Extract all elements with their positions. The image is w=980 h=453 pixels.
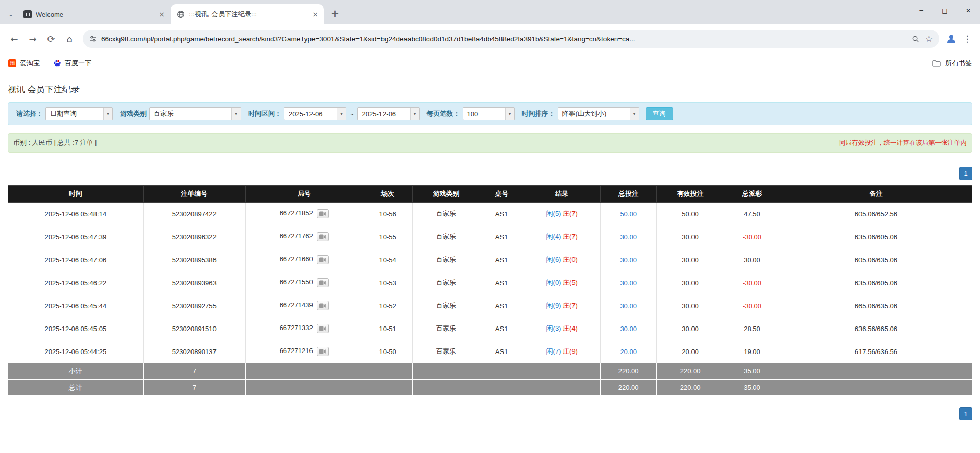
valid-bet-cell: 30.00 — [656, 225, 724, 248]
result-player: 闲(7) — [546, 347, 561, 355]
total-bet-link[interactable]: 30.00 — [620, 302, 637, 310]
forward-icon[interactable]: → — [23, 30, 42, 48]
video-replay-icon[interactable] — [317, 278, 329, 287]
total-empty — [780, 380, 972, 396]
table-no-cell: AS1 — [480, 294, 523, 317]
header-round: 局号 — [245, 186, 363, 203]
range-separator: ~ — [350, 110, 354, 118]
per-page-select[interactable]: 100 ▾ — [463, 107, 515, 120]
close-tab-icon[interactable]: × — [310, 10, 320, 19]
round-number: 667271852 — [280, 209, 313, 217]
back-icon[interactable]: ← — [5, 30, 23, 48]
tab-bet-record[interactable]: :::视讯, 会员下注纪录::: × — [171, 4, 324, 24]
bet-row: 2025-12-06 05:44:25523020890137667271216… — [8, 340, 972, 363]
bet-time-cell: 2025-12-06 05:48:14 — [8, 203, 144, 225]
payout-cell: 28.50 — [724, 317, 780, 340]
selected-value: 100 — [463, 108, 505, 120]
total-bet-link[interactable]: 30.00 — [620, 325, 637, 333]
note-cell: 617.56/636.56 — [780, 340, 972, 363]
valid-bet-cell: 30.00 — [656, 317, 724, 340]
video-replay-icon[interactable] — [317, 255, 329, 264]
bookmark-baidu[interactable]: 百度一下 — [53, 59, 91, 68]
selected-value: 百家乐 — [150, 108, 231, 120]
total-bet-link[interactable]: 30.00 — [620, 256, 637, 264]
bookmark-label: 百度一下 — [65, 59, 91, 68]
bet-time-cell: 2025-12-06 05:45:44 — [8, 294, 144, 317]
home-icon[interactable]: ⌂ — [60, 30, 79, 48]
total-empty — [412, 380, 480, 396]
table-header-row: 时间 注单编号 局号 场次 游戏类别 桌号 结果 总投注 有效投注 总派彩 备注 — [8, 186, 972, 203]
subtotal-label: 小计 — [8, 363, 144, 380]
valid-bet-cell: 30.00 — [656, 294, 724, 317]
welcome-favicon-icon — [23, 10, 32, 18]
search-button[interactable]: 查询 — [646, 107, 673, 120]
header-bet-id: 注单编号 — [143, 186, 245, 203]
date-to-select[interactable]: 2025-12-06 ▾ — [357, 107, 420, 120]
bookmark-taobao[interactable]: 淘 爱淘宝 — [8, 59, 40, 68]
url-text[interactable]: 66cxkj98.com/ipl/portal.php/game/betreco… — [101, 35, 906, 43]
address-bar[interactable]: 66cxkj98.com/ipl/portal.php/game/betreco… — [83, 30, 939, 48]
maximize-button[interactable]: □ — [933, 0, 957, 21]
round-number: 667271550 — [280, 278, 313, 286]
page-1-button[interactable]: 1 — [959, 407, 972, 420]
game-type-label: 游戏类别 — [120, 109, 147, 118]
table-no-cell: AS1 — [480, 317, 523, 340]
minimize-button[interactable]: ─ — [910, 0, 933, 21]
total-bet-link[interactable]: 20.00 — [620, 348, 637, 356]
note-cell: 665.06/635.06 — [780, 294, 972, 317]
video-replay-icon[interactable] — [317, 324, 329, 333]
game-type-cell: 百家乐 — [412, 317, 480, 340]
round-cell: 667271550 — [245, 271, 363, 294]
header-valid-bet: 有效投注 — [656, 186, 724, 203]
valid-bet-cell: 30.00 — [656, 271, 724, 294]
video-replay-icon[interactable] — [317, 301, 329, 310]
video-replay-icon[interactable] — [317, 347, 329, 356]
bet-row: 2025-12-06 05:47:06523020895386667271660… — [8, 248, 972, 271]
session-cell: 10-53 — [363, 271, 412, 294]
header-payout: 总派彩 — [724, 186, 780, 203]
valid-bet-cell: 50.00 — [656, 203, 724, 225]
profile-avatar[interactable] — [943, 31, 960, 47]
result-banker: 庄(7) — [563, 233, 578, 240]
video-replay-icon[interactable] — [317, 209, 329, 218]
query-type-select[interactable]: 日期查询 ▾ — [45, 107, 113, 120]
date-range-label: 时间区间： — [248, 109, 281, 118]
result-player: 闲(4) — [546, 233, 561, 240]
result-banker: 庄(5) — [563, 279, 578, 286]
subtotal-empty — [523, 363, 601, 380]
result-banker: 庄(7) — [563, 301, 578, 309]
browser-menu-icon[interactable]: ⋮ — [960, 31, 975, 47]
video-replay-icon[interactable] — [317, 232, 329, 241]
all-bookmarks-label: 所有书签 — [945, 59, 972, 68]
close-tab-icon[interactable]: × — [157, 10, 166, 19]
tab-list-chevron-icon[interactable]: ⌄ — [4, 4, 17, 24]
total-bet-link[interactable]: 30.00 — [620, 233, 637, 241]
zoom-icon[interactable] — [912, 35, 919, 43]
subtotal-empty — [780, 363, 972, 380]
all-bookmarks-button[interactable]: 所有书签 — [921, 58, 972, 68]
page-content: 视讯 会员下注纪录 请选择： 日期查询 ▾ 游戏类别 百家乐 ▾ 时间区间： 2… — [0, 73, 980, 420]
header-note: 备注 — [780, 186, 972, 203]
bet-time-cell: 2025-12-06 05:47:39 — [8, 225, 144, 248]
subtotal-total-bet: 220.00 — [601, 363, 657, 380]
new-tab-button[interactable]: + — [328, 6, 342, 20]
close-window-button[interactable]: ✕ — [957, 0, 980, 21]
divider — [921, 58, 921, 68]
round-number: 667271332 — [280, 324, 313, 332]
date-from-select[interactable]: 2025-12-06 ▾ — [284, 107, 346, 120]
chevron-down-icon: ▾ — [231, 108, 241, 120]
total-bet-link[interactable]: 30.00 — [620, 279, 637, 287]
total-total-bet: 220.00 — [601, 380, 657, 396]
site-info-icon[interactable] — [89, 35, 97, 43]
bet-row: 2025-12-06 05:45:44523020892755667271439… — [8, 294, 972, 317]
total-bet-link[interactable]: 50.00 — [620, 210, 637, 218]
header-total-bet: 总投注 — [601, 186, 657, 203]
page-1-button[interactable]: 1 — [959, 167, 972, 180]
sort-select[interactable]: 降幂(由大到小) ▾ — [558, 107, 639, 120]
bookmark-star-icon[interactable]: ☆ — [925, 34, 933, 44]
bet-id-cell: 523020893963 — [143, 271, 245, 294]
reload-icon[interactable]: ⟳ — [42, 30, 60, 48]
game-type-select[interactable]: 百家乐 ▾ — [149, 107, 241, 120]
tab-welcome[interactable]: Welcome × — [17, 4, 171, 24]
chevron-down-icon: ▾ — [337, 108, 346, 120]
